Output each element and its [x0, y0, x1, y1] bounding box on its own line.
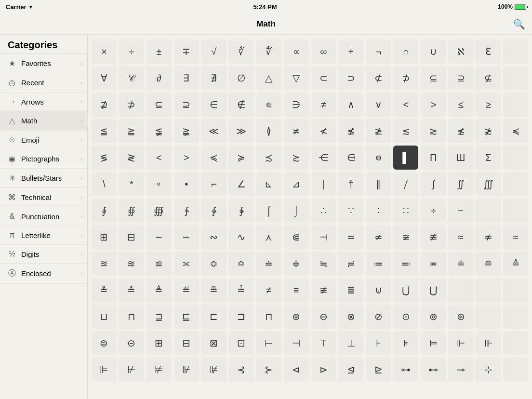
symbol-cell[interactable]: [503, 331, 528, 355]
symbol-cell[interactable]: ⋃: [393, 278, 418, 302]
symbol-cell[interactable]: ≰: [338, 119, 363, 143]
symbol-cell[interactable]: ≖: [421, 252, 446, 276]
symbol-cell[interactable]: [503, 305, 528, 329]
symbol-cell[interactable]: ⊓: [256, 305, 281, 329]
sidebar-item-arrows[interactable]: → Arrows ›: [0, 93, 87, 111]
symbol-cell[interactable]: ⊓: [119, 305, 144, 329]
symbol-cell[interactable]: ≠: [311, 93, 336, 117]
symbol-cell[interactable]: †: [338, 172, 363, 196]
symbol-cell[interactable]: [476, 278, 501, 302]
symbol-cell[interactable]: ≮: [311, 119, 336, 143]
symbol-cell[interactable]: ∮: [92, 199, 117, 223]
symbol-cell[interactable]: ∶: [366, 199, 391, 223]
sidebar-item-letterlike[interactable]: π Letterlike ›: [0, 226, 87, 245]
symbol-cell[interactable]: ⊚: [421, 305, 446, 329]
symbol-cell[interactable]: −: [448, 199, 473, 223]
symbol-cell[interactable]: ≇: [421, 225, 446, 249]
symbol-cell[interactable]: ⊢: [256, 331, 281, 355]
symbol-cell[interactable]: ⋴: [366, 146, 391, 170]
symbol-cell[interactable]: ≔: [366, 252, 391, 276]
symbol-cell[interactable]: ≒: [311, 252, 336, 276]
symbol-cell[interactable]: ⋃: [421, 278, 446, 302]
symbol-cell[interactable]: ⊣: [284, 331, 309, 355]
symbol-cell[interactable]: ℇ: [476, 40, 501, 64]
symbol-cell[interactable]: ⊆: [146, 93, 172, 117]
sidebar-item-technical[interactable]: ⌘ Technical ›: [0, 188, 87, 207]
symbol-cell[interactable]: >: [421, 93, 446, 117]
symbol-cell[interactable]: ⊧: [393, 331, 418, 355]
symbol-cell[interactable]: ≃: [338, 225, 363, 249]
symbol-cell[interactable]: ≩: [174, 119, 199, 143]
symbol-cell[interactable]: ∥: [366, 172, 391, 196]
sidebar-item-digits[interactable]: ½ Digits ›: [0, 245, 87, 264]
symbol-cell[interactable]: ⧸: [393, 172, 418, 196]
symbol-cell[interactable]: ∋: [284, 93, 309, 117]
symbol-cell[interactable]: ≪: [201, 119, 226, 143]
symbol-cell[interactable]: ⊟: [174, 331, 199, 355]
symbol-cell[interactable]: ⊨: [421, 331, 446, 355]
symbol-cell[interactable]: ▌: [393, 146, 418, 170]
symbol-cell[interactable]: ⊇: [448, 66, 473, 90]
symbol-cell[interactable]: ∃: [174, 66, 199, 90]
symbol-cell[interactable]: ∴: [311, 199, 336, 223]
symbol-cell[interactable]: ≄: [366, 225, 391, 249]
symbol-cell[interactable]: ⊹: [476, 358, 501, 382]
symbol-cell[interactable]: ≈: [448, 225, 473, 249]
symbol-cell[interactable]: [503, 358, 528, 382]
symbol-cell[interactable]: ∵: [338, 199, 363, 223]
symbol-cell[interactable]: ∝: [284, 40, 309, 64]
symbol-cell[interactable]: ×: [92, 40, 117, 64]
symbol-cell[interactable]: ⊒: [146, 305, 172, 329]
symbol-cell[interactable]: ≈: [503, 225, 528, 249]
symbol-cell[interactable]: ≧: [119, 119, 144, 143]
sidebar-item-recent[interactable]: ◷ Recent ›: [0, 73, 87, 93]
symbol-cell[interactable]: Σ: [476, 146, 501, 170]
symbol-cell[interactable]: [503, 40, 528, 64]
symbol-cell[interactable]: ⊤: [311, 331, 336, 355]
symbol-cell[interactable]: ⊍: [366, 278, 391, 302]
sidebar-item-punctuation[interactable]: & Punctuation ›: [0, 207, 87, 226]
symbol-cell[interactable]: ⊘: [366, 305, 391, 329]
symbol-cell[interactable]: ∯: [119, 199, 144, 223]
symbol-cell[interactable]: ∾: [201, 225, 226, 249]
symbol-cell[interactable]: ∘: [146, 172, 172, 196]
symbol-cell[interactable]: ∈: [201, 93, 226, 117]
sidebar-item-bullets[interactable]: ✳ Bullets/Stars ›: [0, 169, 87, 188]
symbol-cell[interactable]: ⊃: [338, 66, 363, 90]
symbol-cell[interactable]: ≚: [92, 278, 117, 302]
symbol-cell[interactable]: [503, 278, 528, 302]
symbol-cell[interactable]: ≞: [201, 278, 226, 302]
symbol-cell[interactable]: ∨: [366, 93, 391, 117]
symbol-cell[interactable]: <: [393, 93, 418, 117]
symbol-cell[interactable]: ⊭: [146, 358, 172, 382]
symbol-cell[interactable]: ≳: [421, 119, 446, 143]
symbol-cell[interactable]: ⌠: [256, 199, 281, 223]
symbol-cell[interactable]: ∓: [174, 40, 199, 64]
symbol-cell[interactable]: ∱: [174, 199, 199, 223]
symbol-cell[interactable]: ≐: [256, 252, 281, 276]
symbol-cell[interactable]: ≆: [393, 225, 418, 249]
symbol-cell[interactable]: ∅: [229, 66, 254, 90]
symbol-cell[interactable]: ⊯: [201, 358, 226, 382]
symbol-cell[interactable]: ⊡: [229, 331, 254, 355]
symbol-cell[interactable]: ⊅: [119, 93, 144, 117]
symbol-cell[interactable]: ⊣: [311, 225, 336, 249]
symbol-cell[interactable]: [503, 66, 528, 90]
symbol-cell[interactable]: ≌: [146, 252, 172, 276]
symbol-cell[interactable]: ∂: [146, 66, 172, 90]
symbol-cell[interactable]: ∭: [476, 172, 501, 196]
symbol-cell[interactable]: ≴: [448, 119, 473, 143]
symbol-cell[interactable]: ⊔: [92, 305, 117, 329]
symbol-cell[interactable]: •: [174, 172, 199, 196]
symbol-cell[interactable]: ∛: [229, 40, 254, 64]
symbol-cell[interactable]: <: [146, 146, 172, 170]
symbol-cell[interactable]: ≾: [256, 146, 281, 170]
symbol-cell[interactable]: ≏: [229, 252, 254, 276]
symbol-cell[interactable]: ⊈: [476, 66, 501, 90]
symbol-cell[interactable]: ⊫: [92, 358, 117, 382]
symbol-cell[interactable]: ∫: [421, 172, 446, 196]
symbol-cell[interactable]: ⋳: [338, 146, 363, 170]
symbol-cell[interactable]: √: [201, 40, 226, 64]
symbol-cell[interactable]: ≤: [448, 93, 473, 117]
symbol-cell[interactable]: ∧: [338, 93, 363, 117]
